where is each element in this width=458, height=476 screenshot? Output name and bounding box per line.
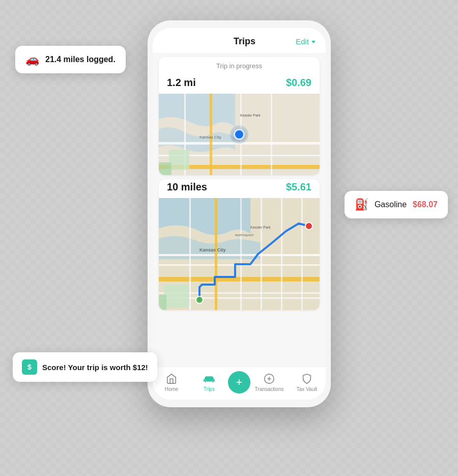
- second-trip-stats: 10 miles $5.61: [159, 179, 320, 198]
- trips-label: Trips: [204, 386, 215, 392]
- svg-point-29: [196, 296, 203, 303]
- add-icon: +: [236, 377, 243, 388]
- second-trip-card: 10 miles $5.61: [159, 179, 320, 310]
- svg-point-32: [212, 381, 214, 382]
- gasoline-value: $68.07: [413, 200, 438, 209]
- edit-button[interactable]: Edit: [296, 37, 316, 46]
- gas-pump-icon: ⛽: [355, 198, 368, 211]
- gasoline-card: ⛽ Gasoline $68.07: [345, 191, 448, 218]
- gasoline-label: Gasoline: [375, 200, 407, 209]
- car-icon: 🚗: [25, 53, 39, 66]
- phone-frame: Trips Edit Trip in progress 1.2 mi $0.69: [148, 20, 331, 407]
- location-dot: [234, 129, 245, 140]
- score-text: Score! Your trip is worth $12!: [42, 363, 148, 372]
- svg-rect-7: [271, 94, 272, 175]
- nav-tax-vault[interactable]: Tax Vault: [288, 373, 326, 392]
- svg-rect-9: [159, 162, 171, 175]
- svg-rect-22: [281, 198, 282, 310]
- nav-home[interactable]: Home: [153, 373, 190, 392]
- svg-text:Kansas City: Kansas City: [199, 247, 226, 253]
- svg-text:NORTHEAST: NORTHEAST: [235, 234, 254, 237]
- dollar-icon: $: [22, 359, 37, 375]
- trip-value: $0.69: [286, 77, 311, 89]
- svg-text:Kansas City: Kansas City: [199, 135, 221, 139]
- svg-rect-18: [189, 198, 191, 310]
- transactions-label: Transactions: [255, 386, 284, 392]
- svg-rect-21: [261, 198, 262, 310]
- svg-rect-25: [159, 295, 166, 310]
- nav-transactions[interactable]: Transactions: [250, 373, 288, 392]
- svg-rect-15: [159, 277, 320, 282]
- tax-vault-label: Tax Vault: [297, 386, 317, 392]
- chevron-down-icon: [311, 41, 316, 43]
- second-trip-value: $5.61: [286, 181, 311, 193]
- trip-in-progress-card: Trip in progress 1.2 mi $0.69: [159, 57, 320, 175]
- svg-point-30: [305, 222, 312, 230]
- svg-rect-5: [210, 94, 212, 175]
- trip-map-1: Kansas City Kessler Park: [159, 94, 320, 175]
- svg-rect-13: [159, 254, 320, 256]
- app-header: Trips Edit: [153, 28, 326, 53]
- trip-in-progress-label: Trip in progress: [159, 57, 320, 75]
- transactions-icon: [263, 373, 275, 385]
- svg-rect-8: [169, 150, 189, 170]
- home-label: Home: [165, 386, 179, 392]
- svg-point-31: [205, 381, 206, 382]
- header-title: Trips: [234, 36, 255, 47]
- add-button[interactable]: +: [228, 371, 250, 394]
- tax-vault-icon: [301, 373, 313, 385]
- svg-text:Kessler Park: Kessler Park: [250, 226, 271, 229]
- second-trip-distance: 10 miles: [167, 181, 207, 193]
- miles-logged-text: 21.4 miles logged.: [45, 55, 116, 64]
- miles-logged-card: 🚗 21.4 miles logged.: [15, 46, 126, 73]
- trip-stats-row: 1.2 mi $0.69: [159, 75, 320, 94]
- phone-screen: Trips Edit Trip in progress 1.2 mi $0.69: [153, 28, 326, 400]
- bottom-navigation: Home Trips +: [153, 367, 326, 400]
- home-icon: [165, 373, 178, 385]
- svg-rect-23: [301, 198, 303, 310]
- svg-rect-24: [164, 285, 189, 307]
- score-card: $ Score! Your trip is worth $12!: [13, 352, 157, 382]
- trips-car-icon: [203, 373, 215, 385]
- scroll-content: Trip in progress 1.2 mi $0.69: [153, 53, 326, 367]
- svg-rect-19: [215, 198, 217, 310]
- svg-rect-20: [240, 198, 242, 310]
- trip-map-2: Kansas City Kessler Park NORTHEAST: [159, 198, 320, 310]
- nav-trips[interactable]: Trips: [190, 373, 228, 392]
- svg-text:Kessler Park: Kessler Park: [240, 114, 261, 117]
- trip-distance: 1.2 mi: [167, 77, 196, 89]
